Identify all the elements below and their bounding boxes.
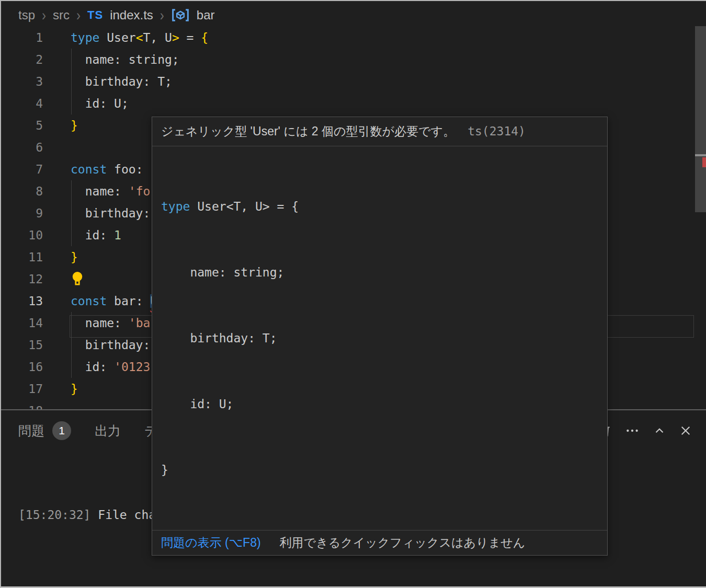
line-code[interactable]: }	[71, 114, 78, 136]
editor-line[interactable]: 3 birthday: T;	[1, 71, 695, 93]
editor-scrollbar[interactable]	[695, 26, 706, 212]
close-panel-button[interactable]	[679, 424, 692, 437]
overview-ruler-cursor-mark	[695, 154, 706, 156]
breadcrumb-folder-tsp[interactable]: tsp	[18, 8, 35, 22]
line-number[interactable]: 17	[1, 378, 43, 400]
error-hover-tooltip: ジェネリック型 'User' には 2 個の型引数が必要です。ts(2314) …	[152, 117, 608, 556]
more-actions-button[interactable]	[624, 423, 640, 439]
line-number[interactable]: 13	[1, 290, 43, 312]
overview-ruler-error-mark	[702, 157, 706, 167]
line-code[interactable]: }	[71, 378, 78, 400]
tab-output[interactable]: 出力	[95, 422, 121, 440]
line-code[interactable]: const foo:	[71, 158, 143, 180]
editor-line[interactable]: 1type User<T, U> = {	[1, 27, 695, 49]
tooltip-code-line: type User<T, U> = {	[161, 195, 598, 217]
line-code[interactable]: name: 'fo	[71, 180, 150, 202]
indent-guide	[71, 180, 72, 246]
line-number[interactable]: 15	[1, 334, 43, 356]
typescript-file-icon: TS	[87, 8, 103, 22]
line-number[interactable]: 1	[1, 27, 43, 49]
line-number[interactable]: 2	[1, 49, 43, 71]
line-number[interactable]: 8	[1, 180, 43, 202]
line-number[interactable]: 7	[1, 158, 43, 180]
tooltip-code-line: name: string;	[161, 261, 598, 283]
line-code[interactable]: birthday:	[71, 202, 150, 224]
lightbulb-icon[interactable]	[71, 271, 84, 287]
line-number[interactable]: 10	[1, 224, 43, 246]
vscode-window: tsp › src › TS index.ts › bar 1type User…	[0, 0, 706, 588]
chevron-right-icon: ›	[160, 6, 164, 25]
editor-line[interactable]: 2 name: string;	[1, 49, 695, 71]
chevron-right-icon: ›	[42, 6, 46, 25]
line-code[interactable]: }	[71, 246, 78, 268]
line-number[interactable]: 4	[1, 93, 43, 114]
tooltip-footer: 問題の表示 (⌥F8) 利用できるクイックフィックスはありません	[152, 530, 607, 555]
line-number[interactable]: 16	[1, 356, 43, 378]
line-number[interactable]: 6	[1, 136, 43, 158]
breadcrumb: tsp › src › TS index.ts › bar	[18, 6, 215, 24]
tooltip-code-line: }	[161, 459, 598, 481]
indent-guide	[71, 49, 72, 114]
tooltip-message: ジェネリック型 'User' には 2 個の型引数が必要です。ts(2314)	[152, 117, 607, 146]
line-code[interactable]: id: 1	[71, 224, 121, 246]
breadcrumb-file-indexts[interactable]: index.ts	[110, 8, 153, 22]
tooltip-code-line: birthday: T;	[161, 327, 598, 349]
line-number[interactable]: 5	[1, 114, 43, 136]
view-problem-link[interactable]: 問題の表示 (⌥F8)	[161, 535, 261, 551]
line-number[interactable]: 18	[1, 400, 43, 409]
line-code[interactable]: name: string;	[71, 49, 179, 71]
problems-count-badge: 1	[52, 421, 71, 440]
line-number[interactable]: 12	[1, 268, 43, 290]
line-code[interactable]: id: '0123'	[71, 356, 157, 378]
maximize-panel-chevron-up-button[interactable]	[653, 424, 666, 437]
line-code[interactable]: id: U;	[71, 93, 129, 114]
line-number[interactable]: 3	[1, 71, 43, 93]
tab-problems[interactable]: 問題 1	[18, 421, 71, 440]
line-code[interactable]: birthday: T;	[71, 71, 172, 93]
line-number[interactable]: 9	[1, 202, 43, 224]
line-code[interactable]: type User<T, U> = {	[71, 27, 208, 49]
line-code	[71, 268, 84, 290]
editor-line[interactable]: 4 id: U;	[1, 93, 695, 114]
breadcrumb-folder-src[interactable]: src	[53, 8, 70, 22]
line-number[interactable]: 14	[1, 312, 43, 334]
terminal-row	[18, 562, 619, 581]
symbol-variable-icon	[171, 8, 190, 22]
tooltip-code-line: id: U;	[161, 393, 598, 415]
error-code: ts(2314)	[468, 124, 526, 138]
chevron-right-icon: ›	[76, 6, 81, 25]
tooltip-code-block: type User<T, U> = { name: string; birthd…	[152, 146, 607, 530]
no-quickfix-hint: 利用できるクイックフィックスはありません	[280, 535, 526, 551]
line-number[interactable]: 11	[1, 246, 43, 268]
indent-guide	[71, 312, 72, 378]
breadcrumb-symbol-bar[interactable]: bar	[197, 8, 215, 22]
